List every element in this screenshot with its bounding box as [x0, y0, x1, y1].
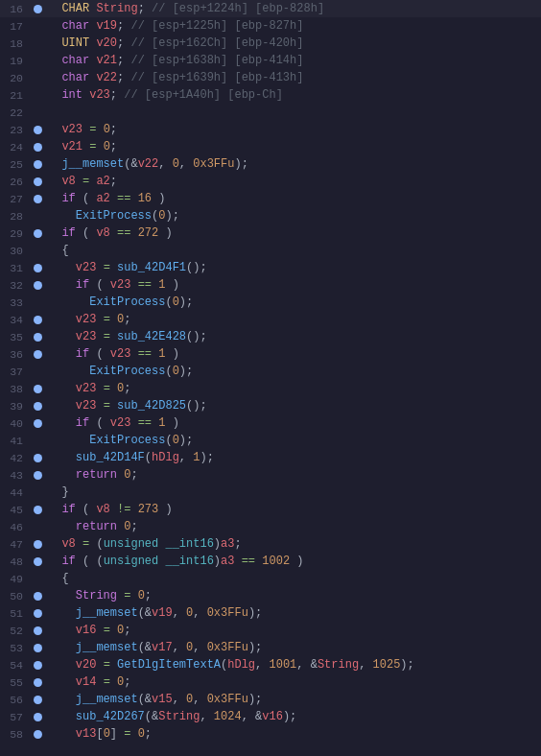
line-number: 55 — [0, 676, 31, 689]
code-text: char v19; // [esp+1225h] [ebp-827h] — [44, 17, 541, 35]
line-number: 44 — [0, 486, 31, 499]
breakpoint-indicator[interactable] — [31, 661, 44, 670]
code-text: { — [44, 242, 541, 259]
breakpoint-indicator[interactable] — [31, 678, 44, 687]
line-number: 45 — [0, 504, 31, 516]
breakpoint-indicator[interactable] — [31, 644, 44, 652]
code-line: 29 if ( v8 == 272 ) — [0, 224, 541, 242]
code-line: 16 CHAR String; // [esp+1224h] [ebp-828h… — [0, 0, 541, 17]
breakpoint-dot — [34, 419, 42, 428]
breakpoint-dot — [34, 281, 42, 290]
code-line: 41 ExitProcess(0); — [0, 432, 541, 449]
code-text: return 0; — [44, 518, 541, 535]
line-number: 21 — [0, 89, 31, 102]
line-number: 41 — [0, 435, 31, 447]
breakpoint-indicator[interactable] — [31, 177, 44, 186]
code-text: UINT v20; // [esp+162Ch] [ebp-420h] — [44, 35, 541, 52]
code-text: v20 = GetDlgItemTextA(hDlg, 1001, &Strin… — [44, 656, 541, 673]
code-line: 20 char v22; // [esp+1639h] [ebp-413h] — [0, 69, 541, 86]
code-line: 38 v23 = 0; — [0, 380, 541, 397]
breakpoint-dot — [34, 454, 42, 462]
code-line: 45 if ( v8 != 273 ) — [0, 501, 541, 518]
breakpoint-dot — [34, 557, 42, 566]
code-text: v8 = a2; — [44, 173, 541, 190]
breakpoint-indicator[interactable] — [31, 696, 44, 704]
code-line: 34 v23 = 0; — [0, 311, 541, 328]
code-text: v21 = 0; — [44, 138, 541, 155]
breakpoint-indicator[interactable] — [31, 713, 44, 721]
code-line: 35 v23 = sub_42E428(); — [0, 328, 541, 345]
code-editor: 16 CHAR String; // [esp+1224h] [ebp-828h… — [0, 0, 541, 743]
breakpoint-indicator[interactable] — [31, 385, 44, 393]
code-line: 30 { — [0, 242, 541, 259]
line-number: 22 — [0, 106, 31, 119]
breakpoint-indicator[interactable] — [31, 419, 44, 428]
code-text: if ( v23 == 1 ) — [44, 345, 541, 363]
line-number: 40 — [0, 417, 31, 430]
line-number: 48 — [0, 555, 31, 568]
breakpoint-indicator[interactable] — [31, 506, 44, 514]
breakpoint-dot — [34, 316, 42, 324]
code-line: 33 ExitProcess(0); — [0, 294, 541, 311]
code-text: return 0; — [44, 466, 541, 484]
breakpoint-dot — [34, 678, 42, 687]
code-text: j__memset(&v22, 0, 0x3FFu); — [44, 155, 541, 173]
code-line: 27 if ( a2 == 16 ) — [0, 190, 541, 207]
code-text: char v21; // [esp+1638h] [ebp-414h] — [44, 52, 541, 69]
breakpoint-dot — [34, 592, 42, 601]
code-text: if ( v8 == 272 ) — [44, 224, 541, 242]
code-text: v23 = 0; — [44, 380, 541, 397]
line-number: 49 — [0, 573, 31, 585]
breakpoint-indicator[interactable] — [31, 195, 44, 203]
line-number: 43 — [0, 469, 31, 482]
code-line: 40 if ( v23 == 1 ) — [0, 414, 541, 432]
breakpoint-indicator[interactable] — [31, 264, 44, 272]
code-line: 57 sub_42D267(&String, 1024, &v16); — [0, 708, 541, 725]
code-text: v23 = 0; — [44, 311, 541, 328]
line-number: 26 — [0, 176, 31, 188]
breakpoint-indicator[interactable] — [31, 557, 44, 566]
code-line: 24 v21 = 0; — [0, 138, 541, 155]
code-line: 49 { — [0, 570, 541, 587]
breakpoint-indicator[interactable] — [31, 592, 44, 601]
line-number: 31 — [0, 262, 31, 274]
breakpoint-indicator[interactable] — [31, 454, 44, 462]
breakpoint-indicator[interactable] — [31, 126, 44, 134]
breakpoint-indicator[interactable] — [31, 160, 44, 169]
code-text: if ( v23 == 1 ) — [44, 414, 541, 432]
line-number: 50 — [0, 590, 31, 602]
breakpoint-indicator[interactable] — [31, 143, 44, 152]
breakpoint-indicator[interactable] — [31, 5, 44, 13]
code-line: 54 v20 = GetDlgItemTextA(hDlg, 1001, &St… — [0, 656, 541, 673]
code-line: 47 v8 = (unsigned __int16)a3; — [0, 535, 541, 553]
breakpoint-dot — [34, 195, 42, 203]
code-text: String = 0; — [44, 587, 541, 604]
breakpoint-indicator[interactable] — [31, 471, 44, 480]
breakpoint-indicator[interactable] — [31, 229, 44, 238]
breakpoint-dot — [34, 5, 42, 13]
line-number: 53 — [0, 642, 31, 654]
breakpoint-indicator[interactable] — [31, 350, 44, 359]
code-text: int v23; // [esp+1A40h] [ebp-Ch] — [44, 86, 541, 104]
breakpoint-indicator[interactable] — [31, 281, 44, 290]
breakpoint-indicator[interactable] — [31, 609, 44, 618]
breakpoint-indicator[interactable] — [31, 316, 44, 324]
line-number: 36 — [0, 348, 31, 361]
code-line: 26 v8 = a2; — [0, 173, 541, 190]
breakpoint-indicator[interactable] — [31, 540, 44, 549]
code-line: 51 j__memset(&v19, 0, 0x3FFu); — [0, 604, 541, 622]
line-number: 32 — [0, 279, 31, 292]
code-text: ExitProcess(0); — [44, 294, 541, 311]
code-text: if ( a2 == 16 ) — [44, 190, 541, 207]
line-number: 25 — [0, 158, 31, 171]
breakpoint-indicator[interactable] — [31, 333, 44, 342]
breakpoint-indicator[interactable] — [31, 626, 44, 635]
breakpoint-dot — [34, 506, 42, 514]
line-number: 42 — [0, 452, 31, 464]
code-text: v13[0] = 0; — [44, 725, 541, 743]
code-line: 39 v23 = sub_42D825(); — [0, 397, 541, 414]
breakpoint-indicator[interactable] — [31, 402, 44, 411]
code-text: if ( v8 != 273 ) — [44, 501, 541, 518]
code-text: ExitProcess(0); — [44, 363, 541, 380]
breakpoint-indicator[interactable] — [31, 730, 44, 739]
